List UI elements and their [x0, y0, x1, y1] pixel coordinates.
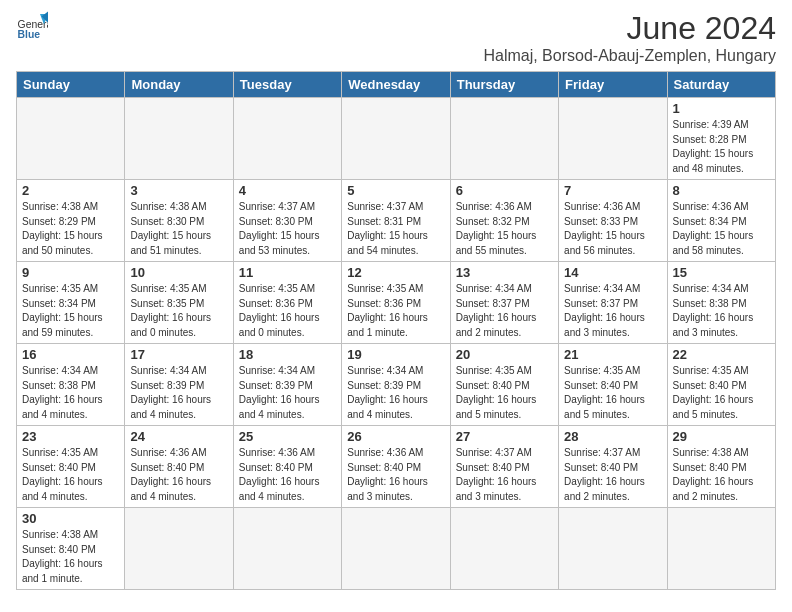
calendar-cell: 12Sunrise: 4:35 AM Sunset: 8:36 PM Dayli…: [342, 262, 450, 344]
weekday-header-row: SundayMondayTuesdayWednesdayThursdayFrid…: [17, 72, 776, 98]
calendar-cell: [342, 508, 450, 590]
calendar-cell: [17, 98, 125, 180]
day-info: Sunrise: 4:34 AM Sunset: 8:39 PM Dayligh…: [239, 364, 336, 422]
calendar-cell: [342, 98, 450, 180]
day-number: 26: [347, 429, 444, 444]
calendar-cell: 2Sunrise: 4:38 AM Sunset: 8:29 PM Daylig…: [17, 180, 125, 262]
day-info: Sunrise: 4:38 AM Sunset: 8:40 PM Dayligh…: [22, 528, 119, 586]
calendar-cell: 22Sunrise: 4:35 AM Sunset: 8:40 PM Dayli…: [667, 344, 775, 426]
day-number: 29: [673, 429, 770, 444]
calendar-cell: 6Sunrise: 4:36 AM Sunset: 8:32 PM Daylig…: [450, 180, 558, 262]
weekday-header-thursday: Thursday: [450, 72, 558, 98]
day-info: Sunrise: 4:34 AM Sunset: 8:39 PM Dayligh…: [347, 364, 444, 422]
day-number: 8: [673, 183, 770, 198]
day-info: Sunrise: 4:34 AM Sunset: 8:37 PM Dayligh…: [564, 282, 661, 340]
calendar-week-row: 1Sunrise: 4:39 AM Sunset: 8:28 PM Daylig…: [17, 98, 776, 180]
day-info: Sunrise: 4:38 AM Sunset: 8:30 PM Dayligh…: [130, 200, 227, 258]
day-info: Sunrise: 4:38 AM Sunset: 8:29 PM Dayligh…: [22, 200, 119, 258]
day-info: Sunrise: 4:34 AM Sunset: 8:38 PM Dayligh…: [22, 364, 119, 422]
day-number: 23: [22, 429, 119, 444]
day-info: Sunrise: 4:36 AM Sunset: 8:34 PM Dayligh…: [673, 200, 770, 258]
calendar-week-row: 30Sunrise: 4:38 AM Sunset: 8:40 PM Dayli…: [17, 508, 776, 590]
calendar-week-row: 23Sunrise: 4:35 AM Sunset: 8:40 PM Dayli…: [17, 426, 776, 508]
day-number: 16: [22, 347, 119, 362]
weekday-header-saturday: Saturday: [667, 72, 775, 98]
day-info: Sunrise: 4:36 AM Sunset: 8:33 PM Dayligh…: [564, 200, 661, 258]
calendar-cell: 21Sunrise: 4:35 AM Sunset: 8:40 PM Dayli…: [559, 344, 667, 426]
day-info: Sunrise: 4:39 AM Sunset: 8:28 PM Dayligh…: [673, 118, 770, 176]
calendar-cell: 5Sunrise: 4:37 AM Sunset: 8:31 PM Daylig…: [342, 180, 450, 262]
day-number: 17: [130, 347, 227, 362]
calendar-cell: 1Sunrise: 4:39 AM Sunset: 8:28 PM Daylig…: [667, 98, 775, 180]
calendar-cell: 19Sunrise: 4:34 AM Sunset: 8:39 PM Dayli…: [342, 344, 450, 426]
calendar-week-row: 2Sunrise: 4:38 AM Sunset: 8:29 PM Daylig…: [17, 180, 776, 262]
calendar-cell: 23Sunrise: 4:35 AM Sunset: 8:40 PM Dayli…: [17, 426, 125, 508]
day-info: Sunrise: 4:34 AM Sunset: 8:37 PM Dayligh…: [456, 282, 553, 340]
calendar-cell: 4Sunrise: 4:37 AM Sunset: 8:30 PM Daylig…: [233, 180, 341, 262]
day-info: Sunrise: 4:36 AM Sunset: 8:40 PM Dayligh…: [347, 446, 444, 504]
sub-title: Halmaj, Borsod-Abauj-Zemplen, Hungary: [483, 47, 776, 65]
day-number: 3: [130, 183, 227, 198]
day-info: Sunrise: 4:37 AM Sunset: 8:31 PM Dayligh…: [347, 200, 444, 258]
svg-text:Blue: Blue: [18, 29, 41, 40]
day-info: Sunrise: 4:35 AM Sunset: 8:40 PM Dayligh…: [22, 446, 119, 504]
day-info: Sunrise: 4:34 AM Sunset: 8:39 PM Dayligh…: [130, 364, 227, 422]
day-number: 2: [22, 183, 119, 198]
calendar-cell: 25Sunrise: 4:36 AM Sunset: 8:40 PM Dayli…: [233, 426, 341, 508]
day-info: Sunrise: 4:35 AM Sunset: 8:40 PM Dayligh…: [673, 364, 770, 422]
calendar-table: SundayMondayTuesdayWednesdayThursdayFrid…: [16, 71, 776, 590]
calendar-cell: 10Sunrise: 4:35 AM Sunset: 8:35 PM Dayli…: [125, 262, 233, 344]
day-number: 27: [456, 429, 553, 444]
calendar-cell: [450, 98, 558, 180]
day-number: 22: [673, 347, 770, 362]
weekday-header-tuesday: Tuesday: [233, 72, 341, 98]
day-info: Sunrise: 4:36 AM Sunset: 8:40 PM Dayligh…: [239, 446, 336, 504]
calendar-cell: 18Sunrise: 4:34 AM Sunset: 8:39 PM Dayli…: [233, 344, 341, 426]
calendar-cell: 8Sunrise: 4:36 AM Sunset: 8:34 PM Daylig…: [667, 180, 775, 262]
calendar-week-row: 9Sunrise: 4:35 AM Sunset: 8:34 PM Daylig…: [17, 262, 776, 344]
calendar-cell: 28Sunrise: 4:37 AM Sunset: 8:40 PM Dayli…: [559, 426, 667, 508]
calendar-cell: 26Sunrise: 4:36 AM Sunset: 8:40 PM Dayli…: [342, 426, 450, 508]
calendar-cell: [233, 98, 341, 180]
header: General Blue June 2024 Halmaj, Borsod-Ab…: [16, 10, 776, 65]
day-number: 11: [239, 265, 336, 280]
day-number: 12: [347, 265, 444, 280]
title-area: June 2024 Halmaj, Borsod-Abauj-Zemplen, …: [483, 10, 776, 65]
calendar-cell: 16Sunrise: 4:34 AM Sunset: 8:38 PM Dayli…: [17, 344, 125, 426]
weekday-header-monday: Monday: [125, 72, 233, 98]
calendar-cell: 11Sunrise: 4:35 AM Sunset: 8:36 PM Dayli…: [233, 262, 341, 344]
calendar-cell: 29Sunrise: 4:38 AM Sunset: 8:40 PM Dayli…: [667, 426, 775, 508]
weekday-header-friday: Friday: [559, 72, 667, 98]
day-info: Sunrise: 4:35 AM Sunset: 8:36 PM Dayligh…: [347, 282, 444, 340]
calendar-week-row: 16Sunrise: 4:34 AM Sunset: 8:38 PM Dayli…: [17, 344, 776, 426]
calendar-cell: 17Sunrise: 4:34 AM Sunset: 8:39 PM Dayli…: [125, 344, 233, 426]
main-title: June 2024: [483, 10, 776, 47]
day-number: 18: [239, 347, 336, 362]
weekday-header-wednesday: Wednesday: [342, 72, 450, 98]
day-number: 14: [564, 265, 661, 280]
calendar-cell: [125, 98, 233, 180]
weekday-header-sunday: Sunday: [17, 72, 125, 98]
day-info: Sunrise: 4:37 AM Sunset: 8:30 PM Dayligh…: [239, 200, 336, 258]
calendar-cell: 24Sunrise: 4:36 AM Sunset: 8:40 PM Dayli…: [125, 426, 233, 508]
day-number: 1: [673, 101, 770, 116]
logo: General Blue: [16, 10, 48, 42]
calendar-cell: [233, 508, 341, 590]
day-info: Sunrise: 4:38 AM Sunset: 8:40 PM Dayligh…: [673, 446, 770, 504]
calendar-cell: [667, 508, 775, 590]
calendar-cell: [559, 508, 667, 590]
day-info: Sunrise: 4:35 AM Sunset: 8:35 PM Dayligh…: [130, 282, 227, 340]
day-number: 20: [456, 347, 553, 362]
day-info: Sunrise: 4:34 AM Sunset: 8:38 PM Dayligh…: [673, 282, 770, 340]
day-info: Sunrise: 4:36 AM Sunset: 8:32 PM Dayligh…: [456, 200, 553, 258]
calendar-cell: 13Sunrise: 4:34 AM Sunset: 8:37 PM Dayli…: [450, 262, 558, 344]
day-info: Sunrise: 4:35 AM Sunset: 8:40 PM Dayligh…: [564, 364, 661, 422]
day-number: 5: [347, 183, 444, 198]
day-number: 15: [673, 265, 770, 280]
calendar-cell: 7Sunrise: 4:36 AM Sunset: 8:33 PM Daylig…: [559, 180, 667, 262]
calendar-cell: 20Sunrise: 4:35 AM Sunset: 8:40 PM Dayli…: [450, 344, 558, 426]
logo-icon: General Blue: [16, 10, 48, 42]
day-info: Sunrise: 4:37 AM Sunset: 8:40 PM Dayligh…: [456, 446, 553, 504]
calendar-cell: [559, 98, 667, 180]
calendar-cell: 27Sunrise: 4:37 AM Sunset: 8:40 PM Dayli…: [450, 426, 558, 508]
